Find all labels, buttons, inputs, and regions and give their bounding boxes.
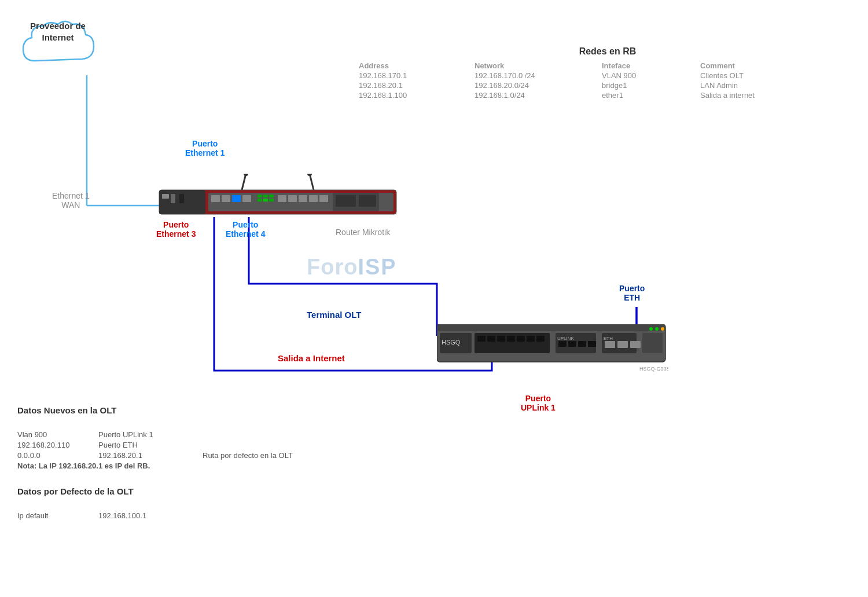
svg-rect-14 xyxy=(242,195,251,202)
svg-rect-46 xyxy=(558,341,567,347)
col-network-header: Network xyxy=(475,61,590,70)
svg-point-56 xyxy=(649,327,653,331)
col-address-header: Address xyxy=(359,61,463,70)
router-mikrotik-label: Router Mikrotik xyxy=(336,228,390,237)
router-device xyxy=(156,174,399,217)
ip-default-label: Ip default xyxy=(17,511,87,520)
puerto-eth4-label: Puerto Ethernet 4 xyxy=(226,220,265,239)
svg-point-57 xyxy=(655,327,659,331)
svg-rect-20 xyxy=(269,199,274,202)
row3-address: 192.168.1.100 xyxy=(359,91,463,100)
svg-point-58 xyxy=(661,327,664,331)
watermark: ForoISP xyxy=(307,255,397,280)
puerto-eth3-label: Puerto Ethernet 3 xyxy=(156,220,196,239)
col-comment-header: Comment xyxy=(700,61,804,70)
svg-rect-43 xyxy=(536,336,545,342)
row2-network: 192.168.20.0/24 xyxy=(475,81,590,90)
svg-rect-25 xyxy=(319,195,328,202)
datos-row1-col1: Vlan 900 xyxy=(17,430,87,439)
datos-row3-col1: 0.0.0.0 xyxy=(17,451,87,460)
datos-nuevos-title: Datos Nuevos en la OLT xyxy=(17,405,365,415)
svg-rect-15 xyxy=(258,195,262,197)
datos-row3-col2: 192.168.20.1 xyxy=(98,451,191,460)
svg-rect-37 xyxy=(477,336,486,342)
svg-rect-13 xyxy=(232,195,241,202)
redes-title: Redes en RB xyxy=(359,46,856,57)
svg-point-5 xyxy=(244,174,248,176)
datos-nuevos-section: Datos Nuevos en la OLT Vlan 900 Puerto U… xyxy=(17,405,365,472)
datos-row1-col2: Puerto UPLink 1 xyxy=(98,430,191,439)
svg-rect-40 xyxy=(507,336,515,342)
svg-text:HSGQ-G008: HSGQ-G008 xyxy=(639,366,668,372)
row2-comment: LAN Admin xyxy=(700,81,804,90)
eth1-wan-label: Ethernet 1 WAN xyxy=(52,191,90,210)
datos-defecto-title: Datos por Defecto de la OLT xyxy=(17,486,249,496)
svg-rect-29 xyxy=(162,194,169,199)
row3-network: 192.168.1.0/24 xyxy=(475,91,590,100)
datos-row3-col3: Ruta por defecto en la OLT xyxy=(203,451,293,460)
svg-point-7 xyxy=(307,174,312,176)
svg-rect-53 xyxy=(617,341,628,348)
row3-comment: Salida a internet xyxy=(700,91,804,100)
svg-rect-11 xyxy=(211,195,220,202)
svg-rect-27 xyxy=(336,195,356,207)
datos-row2-col1: 192.168.20.110 xyxy=(17,441,87,449)
puerto-eth1-label: Puerto Ethernet 1 xyxy=(185,139,225,158)
datos-row-3: 0.0.0.0 192.168.20.1 Ruta por defecto en… xyxy=(17,451,365,460)
svg-rect-16 xyxy=(263,195,268,197)
ip-default-value: 192.168.100.1 xyxy=(98,511,191,520)
svg-rect-21 xyxy=(278,195,286,202)
svg-rect-30 xyxy=(171,194,175,203)
puerto-eth-label: Puerto ETH xyxy=(619,284,645,302)
datos-defecto-section: Datos por Defecto de la OLT Ip default 1… xyxy=(17,486,249,520)
svg-rect-54 xyxy=(630,341,641,348)
row1-comment: Clientes OLT xyxy=(700,71,804,80)
svg-text:ETH: ETH xyxy=(604,336,613,341)
svg-rect-38 xyxy=(487,336,495,342)
svg-rect-12 xyxy=(222,195,230,202)
svg-rect-55 xyxy=(642,333,663,353)
svg-text:HSGQ: HSGQ xyxy=(442,339,461,346)
svg-text:UPLINK: UPLINK xyxy=(557,336,575,341)
svg-rect-19 xyxy=(269,195,274,197)
row2-interface: bridge1 xyxy=(602,81,689,90)
terminal-olt-label: Terminal OLT xyxy=(307,310,361,320)
svg-rect-52 xyxy=(605,341,615,348)
svg-rect-18 xyxy=(263,199,268,202)
row1-interface: VLAN 900 xyxy=(602,71,689,80)
svg-rect-42 xyxy=(527,336,535,342)
svg-rect-48 xyxy=(578,341,586,347)
isp-label: Proveedor de Internet xyxy=(20,20,95,43)
puerto-uplink-label: Puerto UPLink 1 xyxy=(521,394,556,412)
datos-row-2: 192.168.20.110 Puerto ETH xyxy=(17,441,365,449)
redes-table: Redes en RB Address Network Inteface Com… xyxy=(359,46,856,100)
svg-rect-22 xyxy=(288,195,297,202)
row3-interface: ether1 xyxy=(602,91,689,100)
row2-address: 192.168.20.1 xyxy=(359,81,463,90)
svg-rect-41 xyxy=(517,336,525,342)
olt-device: HSGQ UPLINK ETH HSGQ-G008 xyxy=(437,324,668,376)
datos-row2-col2: Puerto ETH xyxy=(98,441,191,449)
row1-address: 192.168.170.1 xyxy=(359,71,463,80)
salida-internet-label: Salida a Internet xyxy=(278,353,345,363)
svg-rect-17 xyxy=(258,199,262,202)
datos-row-4: Nota: La IP 192.168.20.1 es IP del RB. xyxy=(17,462,365,470)
col-interface-header: Inteface xyxy=(602,61,689,70)
row1-network: 192.168.170.0 /24 xyxy=(475,71,590,80)
svg-rect-33 xyxy=(437,324,665,331)
ip-default-row: Ip default 192.168.100.1 xyxy=(17,511,249,520)
svg-rect-24 xyxy=(309,195,318,202)
svg-rect-23 xyxy=(299,195,307,202)
datos-row4-nota: Nota: La IP 192.168.20.1 es IP del RB. xyxy=(17,462,150,470)
datos-row-1: Vlan 900 Puerto UPLink 1 xyxy=(17,430,365,439)
svg-rect-47 xyxy=(568,341,576,347)
svg-line-6 xyxy=(310,174,314,190)
svg-rect-28 xyxy=(359,195,376,207)
svg-rect-49 xyxy=(588,341,596,347)
svg-rect-39 xyxy=(497,336,505,342)
svg-line-4 xyxy=(242,174,246,190)
svg-rect-31 xyxy=(179,194,184,203)
